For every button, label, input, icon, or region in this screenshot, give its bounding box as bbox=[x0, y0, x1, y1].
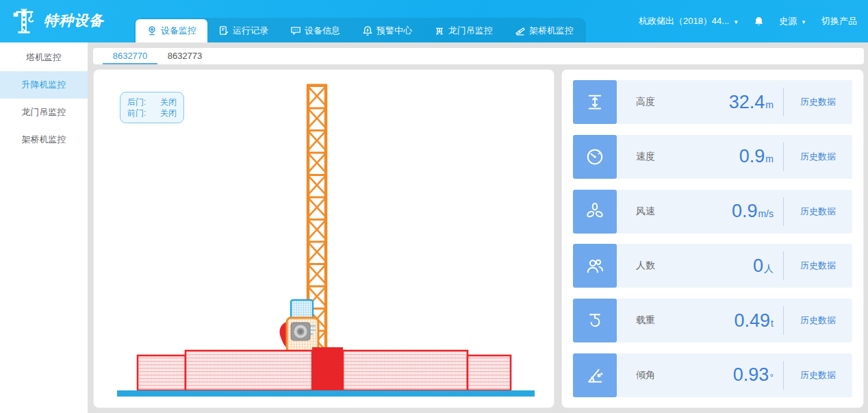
monitor-icon bbox=[146, 25, 157, 36]
nav-tab-label: 架桥机监控 bbox=[529, 25, 574, 37]
history-data-link[interactable]: 历史数据 bbox=[784, 260, 852, 272]
hoist-scene-panel: 后门: 关闭 前门: 关闭 bbox=[93, 69, 554, 408]
front-door-label: 前门: bbox=[127, 108, 146, 118]
height-icon bbox=[573, 80, 617, 124]
nav-tab-label: 运行记录 bbox=[233, 25, 268, 37]
nav-tab-device-monitor[interactable]: 设备监控 bbox=[136, 19, 207, 42]
user-menu[interactable]: 史源 ▼ bbox=[779, 15, 806, 27]
nav-tab-label: 设备信息 bbox=[305, 25, 340, 37]
metric-value: 0.9m bbox=[739, 146, 774, 167]
metric-value: 0人 bbox=[753, 255, 774, 277]
metric-row-wind: 风速 0.9m/s 历史数据 bbox=[573, 190, 852, 234]
history-data-link[interactable]: 历史数据 bbox=[784, 314, 852, 327]
metric-row-people: 人数 0人 历史数据 bbox=[573, 244, 852, 288]
sidebar: 塔机监控 升降机监控 龙门吊监控 架桥机监控 bbox=[0, 42, 88, 413]
load-icon bbox=[573, 299, 617, 342]
sidebar-item-tower-crane[interactable]: 塔机监控 bbox=[0, 44, 88, 71]
safety-fences bbox=[138, 347, 511, 390]
wind-icon bbox=[573, 190, 617, 234]
metric-row-load: 载重 0.49t 历史数据 bbox=[573, 299, 852, 342]
notification-bell[interactable] bbox=[754, 16, 764, 27]
metric-row-tilt: 倾角 0.93° 历史数据 bbox=[573, 353, 852, 397]
nav-tab-gantry-monitor[interactable]: 龙门吊监控 bbox=[423, 19, 504, 42]
sidebar-item-gantry[interactable]: 龙门吊监控 bbox=[0, 99, 88, 126]
metric-label: 人数 bbox=[636, 260, 655, 272]
nav-tab-label: 龙门吊监控 bbox=[448, 25, 493, 37]
hoist-cage bbox=[279, 300, 318, 352]
app-title: 特种设备 bbox=[44, 11, 104, 30]
app-root: 特种设备 设备监控 运行记录 bbox=[0, 0, 868, 413]
ground-bar bbox=[117, 390, 535, 397]
nav-tab-device-info[interactable]: 设备信息 bbox=[279, 19, 351, 42]
nav-tab-run-records[interactable]: 运行记录 bbox=[207, 19, 279, 42]
main-nav: 设备监控 运行记录 设备信息 bbox=[134, 18, 586, 42]
device-tab[interactable]: 8632770 bbox=[103, 48, 157, 64]
history-data-link[interactable]: 历史数据 bbox=[784, 205, 852, 218]
metrics-panel: 高度 32.4m 历史数据 bbox=[561, 69, 864, 408]
door-status-box: 后门: 关闭 前门: 关闭 bbox=[120, 92, 184, 123]
metric-value: 0.9m/s bbox=[732, 201, 774, 222]
angle-icon bbox=[573, 353, 617, 397]
metric-value: 0.93° bbox=[733, 364, 774, 386]
device-tab-bar: 8632770 8632773 bbox=[93, 48, 864, 64]
bell-icon bbox=[754, 16, 764, 27]
rear-door-label: 后门: bbox=[127, 97, 146, 108]
sidebar-item-hoist[interactable]: 升降机监控 bbox=[0, 71, 88, 99]
nav-tab-bridge-monitor[interactable]: 架桥机监控 bbox=[504, 19, 585, 42]
content: 8632770 8632773 后门: 关闭 前门: 关闭 bbox=[93, 48, 864, 408]
device-tab[interactable]: 8632773 bbox=[157, 48, 212, 64]
chevron-down-icon: ▼ bbox=[801, 19, 806, 25]
user-name: 史源 bbox=[779, 15, 797, 27]
header: 特种设备 设备监控 运行记录 bbox=[0, 0, 868, 42]
bridge-icon bbox=[515, 25, 526, 36]
metric-label: 载重 bbox=[636, 314, 655, 327]
switch-product-button[interactable]: 切换产品 bbox=[821, 15, 857, 27]
record-icon bbox=[218, 25, 229, 36]
metric-label: 高度 bbox=[636, 96, 655, 108]
nav-tab-label: 设备监控 bbox=[161, 25, 196, 37]
history-data-link[interactable]: 历史数据 bbox=[784, 151, 852, 163]
sidebar-item-bridge[interactable]: 架桥机监控 bbox=[0, 126, 88, 153]
device-info-icon bbox=[290, 25, 301, 36]
project-selector[interactable]: 杭政储出（2018）44... ▼ bbox=[639, 15, 739, 27]
history-data-link[interactable]: 历史数据 bbox=[784, 369, 852, 381]
metric-label: 速度 bbox=[636, 151, 655, 163]
nav-tab-alert-center[interactable]: 预警中心 bbox=[351, 19, 423, 42]
rear-door-status: 关闭 bbox=[160, 97, 177, 108]
metric-label: 倾角 bbox=[636, 369, 655, 381]
people-icon bbox=[573, 244, 617, 288]
metric-row-speed: 速度 0.9m 历史数据 bbox=[573, 135, 852, 179]
metric-label: 风速 bbox=[636, 205, 655, 218]
tower-crane-logo-icon bbox=[10, 6, 38, 35]
header-right: 杭政储出（2018）44... ▼ 史源 ▼ 切换产品 bbox=[639, 0, 857, 42]
gantry-icon bbox=[434, 25, 445, 36]
speed-icon bbox=[573, 135, 617, 179]
metric-value: 0.49t bbox=[735, 310, 774, 331]
alert-icon bbox=[362, 25, 373, 36]
project-name: 杭政储出（2018）44... bbox=[639, 15, 729, 27]
metric-row-height: 高度 32.4m 历史数据 bbox=[573, 80, 852, 124]
chevron-down-icon: ▼ bbox=[733, 19, 739, 25]
nav-tab-label: 预警中心 bbox=[376, 25, 412, 37]
front-door-status: 关闭 bbox=[160, 108, 177, 118]
history-data-link[interactable]: 历史数据 bbox=[784, 96, 852, 108]
metric-value: 32.4m bbox=[729, 92, 774, 113]
logo: 特种设备 bbox=[10, 6, 104, 35]
